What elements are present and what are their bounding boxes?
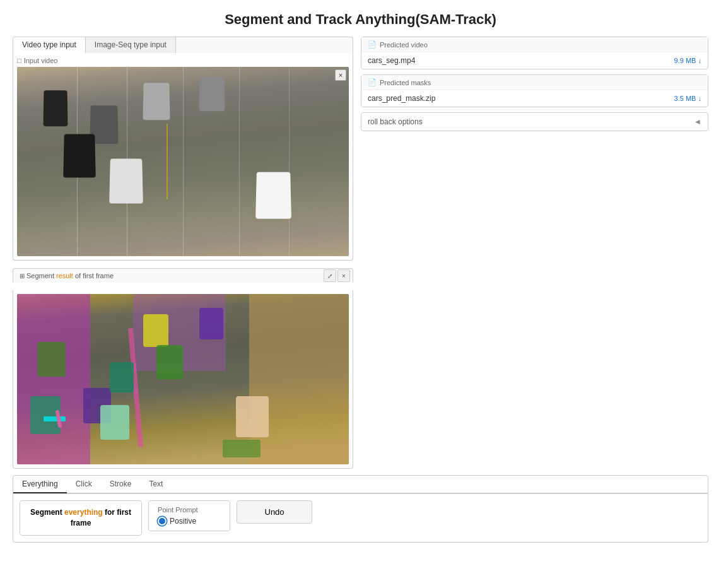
predicted-video-header: 📄 Predicted video [361,37,708,52]
mode-tab-stroke[interactable]: Stroke [101,476,141,493]
predicted-video-size[interactable]: 9.9 MB ↓ [674,57,701,64]
page-title: Segment and Track Anything(SAM-Track) [0,0,721,37]
segment-everything-button[interactable]: Segment everything for first frame [20,500,142,536]
mask-file-icon: 📄 [368,78,377,86]
seg-btn-line1: Segment everything for first [30,508,131,517]
point-prompt-box: Point Prompt Positive [148,500,230,531]
mode-tabs-container: Everything Click Stroke Text [13,475,708,494]
right-panel: 📄 Predicted video cars_seg.mp4 9.9 MB ↓ … [361,37,708,469]
segment-result-label: ⊞ Segment result of first frame [13,269,120,283]
seg-highlight: everything [64,508,103,517]
close-segment-button[interactable]: × [337,269,350,282]
segment-box [13,290,353,469]
mode-tabs: Everything Click Stroke Text [13,476,708,493]
predicted-masks-label: Predicted masks [380,79,431,86]
label-first-frame: first frame [83,272,114,279]
tab-video-type[interactable]: Video type input [13,37,86,53]
expand-button[interactable]: ⤢ [324,269,336,282]
input-tab-bar: Video type input Image-Seq type input [13,37,353,53]
main-layout: Video type input Image-Seq type input □ … [0,37,721,475]
point-prompt-label: Point Prompt [158,506,221,514]
segment-result-tab-bar: ⊞ Segment result of first frame ⤢ × [13,268,353,283]
left-panel: Video type input Image-Seq type input □ … [13,37,353,469]
predicted-video-row: cars_seg.mp4 9.9 MB ↓ [361,52,708,69]
predicted-masks-section: 📄 Predicted masks cars_pred_mask.zip 3.5… [361,74,708,107]
seg-btn-line2: frame [71,519,91,527]
positive-radio[interactable] [158,517,167,526]
mode-tab-text[interactable]: Text [140,476,172,493]
segment-result-section: ⊞ Segment result of first frame ⤢ × [13,268,353,469]
segment-actions: ⤢ × [324,269,353,282]
video-label-text: Input video [24,57,58,64]
positive-label: Positive [170,517,196,526]
segment-icon: ⊞ [20,273,25,279]
video-container: × [17,67,349,256]
mode-tab-everything[interactable]: Everything [13,476,67,493]
tab-image-seq-type[interactable]: Image-Seq type input [86,37,176,53]
positive-radio-row: Positive [158,517,221,526]
video-input-box: □ Input video × [13,53,353,261]
mode-tab-click[interactable]: Click [67,476,101,493]
highway-video-frame [17,67,349,256]
label-segment: Segment [26,272,54,279]
video-close-button[interactable]: × [335,69,346,81]
controls-area: Segment everything for first frame Point… [13,494,708,543]
predicted-masks-row: cars_pred_mask.zip 3.5 MB ↓ [361,90,708,107]
segment-image [17,294,349,464]
rollback-section: roll back options ◄ [361,112,708,131]
rollback-row: roll back options ◄ [361,113,708,131]
predicted-video-section: 📄 Predicted video cars_seg.mp4 9.9 MB ↓ [361,37,708,69]
rollback-arrow[interactable]: ◄ [694,117,701,126]
video-label: □ Input video [17,57,349,64]
video-icon: □ [17,57,21,64]
predicted-masks-size[interactable]: 3.5 MB ↓ [674,95,701,102]
file-icon: 📄 [368,40,377,49]
label-of: of [75,272,81,279]
predicted-video-label: Predicted video [380,41,428,49]
predicted-masks-filename: cars_pred_mask.zip [368,94,435,103]
predicted-masks-header: 📄 Predicted masks [361,75,708,90]
predicted-video-filename: cars_seg.mp4 [368,56,415,65]
undo-button[interactable]: Undo [237,500,312,524]
label-result: result [56,272,73,279]
bottom-controls: Everything Click Stroke Text Segment eve… [0,475,721,553]
rollback-label: roll back options [368,117,423,126]
